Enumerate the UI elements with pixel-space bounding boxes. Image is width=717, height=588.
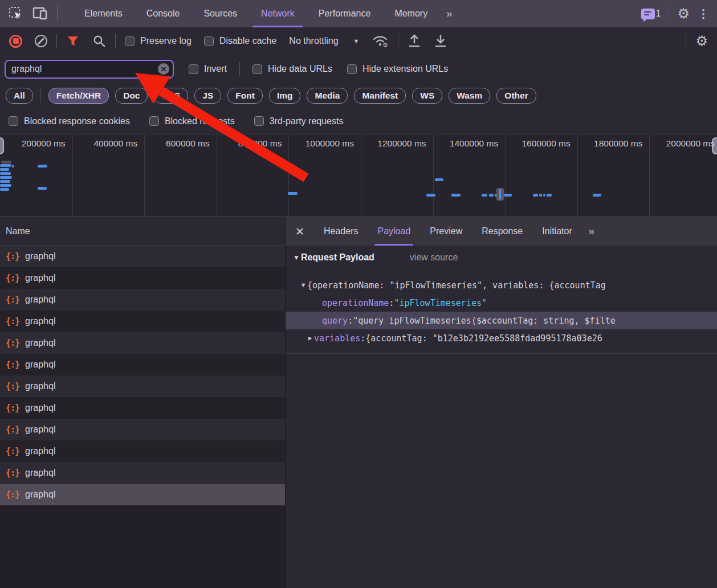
payload-row[interactable]: query: "query ipFlowTimeseries($accountT…	[286, 312, 717, 329]
blocked-response-cookies-checkbox[interactable]: Blocked response cookies	[9, 116, 130, 126]
filter-icon[interactable]	[66, 34, 80, 48]
hide-data-urls-label[interactable]: Hide data URLs	[268, 64, 332, 74]
disclosure-triangle-icon[interactable]: ▼	[299, 281, 307, 289]
invert-label[interactable]: Invert	[204, 64, 227, 74]
payload-row[interactable]: operationName: "ipFlowTimeseries"	[286, 294, 717, 312]
request-row[interactable]: {:}graphql	[0, 311, 285, 332]
payload-tree: ▼{operationName: "ipFlowTimeseries", var…	[286, 276, 717, 347]
search-icon[interactable]	[92, 34, 106, 48]
preserve-log-checkbox[interactable]: Preserve log	[125, 36, 192, 46]
request-row[interactable]: {:}graphql	[0, 267, 285, 289]
chip-doc[interactable]: Doc	[115, 88, 148, 104]
kebab-menu-icon[interactable]: ⋮	[698, 7, 709, 21]
import-har-icon[interactable]	[408, 34, 421, 48]
network-filter-input-box[interactable]: ✕	[5, 60, 174, 79]
tab-sources[interactable]: Sources	[192, 0, 249, 27]
tab-console[interactable]: Console	[135, 0, 192, 27]
chip-wasm[interactable]: Wasm	[449, 88, 490, 104]
third-party-requests-checkbox[interactable]: 3rd-party requests	[254, 116, 344, 126]
request-row[interactable]: {:}graphql	[0, 462, 285, 484]
settings-gear-icon[interactable]: ⚙	[677, 7, 690, 21]
hide-extension-urls-label[interactable]: Hide extension URLs	[362, 64, 448, 74]
timeline-request-bar	[489, 194, 494, 197]
detail-tab-response[interactable]: Response	[472, 217, 532, 246]
disclosure-triangle-icon[interactable]: ▶	[306, 334, 314, 342]
network-conditions-icon[interactable]: ⚙	[372, 34, 389, 48]
clear-filter-icon[interactable]: ✕	[158, 63, 169, 75]
tab-memory[interactable]: Memory	[382, 0, 439, 27]
hide-extension-urls-checkbox[interactable]: Hide extension URLs	[347, 64, 448, 74]
hide-data-urls-checkbox[interactable]: Hide data URLs	[252, 64, 332, 74]
timeline-tick-label: 1600000 ms	[505, 138, 577, 151]
inspect-element-icon[interactable]	[8, 6, 24, 22]
tab-performance[interactable]: Performance	[307, 0, 383, 27]
record-network-log-icon[interactable]	[9, 35, 22, 48]
request-name: graphql	[25, 338, 55, 348]
network-overview-timeline[interactable]: 200000 ms400000 ms600000 ms800000 ms1000…	[0, 134, 717, 217]
detail-tab-preview[interactable]: Preview	[420, 217, 472, 246]
detail-tab-initiator[interactable]: Initiator	[532, 217, 581, 246]
request-row[interactable]: {:}graphql	[0, 375, 285, 397]
preserve-log-label[interactable]: Preserve log	[140, 36, 192, 46]
detail-tab-payload[interactable]: Payload	[368, 217, 420, 246]
request-row[interactable]: {:}graphql	[0, 246, 285, 267]
disable-cache-checkbox[interactable]: Disable cache	[204, 36, 277, 46]
throttling-value[interactable]: No throttling	[289, 36, 338, 46]
checkbox[interactable]	[125, 36, 135, 46]
network-settings-gear-icon[interactable]: ⚙	[695, 34, 708, 48]
blocked-requests-label[interactable]: Blocked requests	[165, 116, 235, 126]
view-source-link[interactable]: view source	[410, 252, 458, 263]
checkbox[interactable]	[347, 64, 357, 74]
request-row[interactable]: {:}graphql	[0, 419, 285, 440]
collapse-triangle-icon[interactable]: ▼	[293, 254, 300, 262]
request-row[interactable]: {:}graphql	[0, 397, 285, 419]
chip-manifest[interactable]: Manifest	[354, 88, 406, 104]
detail-tab-headers[interactable]: Headers	[314, 217, 368, 246]
chip-fetchxhr[interactable]: Fetch/XHR	[48, 88, 109, 104]
disable-cache-label[interactable]: Disable cache	[219, 36, 277, 46]
checkbox[interactable]	[189, 64, 198, 74]
clear-network-log-icon[interactable]	[35, 35, 47, 47]
chip-ws[interactable]: WS	[412, 88, 442, 104]
fetch-xhr-icon: {:}	[6, 489, 19, 500]
export-har-icon[interactable]	[434, 34, 447, 48]
invert-checkbox[interactable]: Invert	[189, 64, 227, 74]
chip-all[interactable]: All	[6, 88, 33, 104]
payload-row[interactable]: ▶variables: {accountTag: "b12e3b2192ee55…	[286, 329, 717, 347]
fetch-xhr-icon: {:}	[6, 360, 19, 370]
request-row[interactable]: {:}graphql	[0, 354, 285, 375]
name-column-header[interactable]: Name	[0, 217, 285, 246]
request-payload-section[interactable]: ▼ Request Payload view source	[286, 252, 458, 263]
payload-row[interactable]: ▼{operationName: "ipFlowTimeseries", var…	[286, 276, 717, 294]
chip-js[interactable]: JS	[194, 88, 221, 104]
more-detail-tabs-icon[interactable]: »	[582, 226, 600, 238]
request-row[interactable]: {:}graphql	[0, 440, 285, 462]
request-type-chips: AllFetch/XHRDocCSSJSFontImgMediaManifest…	[0, 83, 717, 108]
chip-other[interactable]: Other	[496, 88, 536, 104]
payload-text: {operationName: "ipFlowTimeseries", vari…	[307, 280, 606, 291]
tab-elements[interactable]: Elements	[72, 0, 135, 27]
request-row[interactable]: {:}graphql	[0, 332, 285, 354]
chip-media[interactable]: Media	[307, 88, 348, 104]
chip-font[interactable]: Font	[227, 88, 263, 104]
close-detail-icon[interactable]: ✕	[286, 225, 314, 238]
blocked-requests-checkbox[interactable]: Blocked requests	[149, 116, 235, 126]
device-toolbar-icon[interactable]	[32, 6, 49, 21]
request-row[interactable]: {:}graphql	[0, 289, 285, 311]
more-panels-icon[interactable]: »	[439, 8, 458, 20]
third-party-requests-label[interactable]: 3rd-party requests	[270, 116, 344, 126]
chip-css[interactable]: CSS	[154, 88, 188, 104]
checkbox[interactable]	[149, 116, 159, 126]
chip-img[interactable]: Img	[269, 88, 301, 104]
tab-network[interactable]: Network	[249, 0, 307, 27]
blocked-response-cookies-label[interactable]: Blocked response cookies	[24, 116, 130, 126]
throttling-dropdown[interactable]: No throttling ▼	[289, 36, 359, 46]
network-filter-input[interactable]	[11, 64, 153, 74]
issues-icon[interactable]	[641, 9, 655, 19]
request-row[interactable]: {:}graphql	[0, 484, 285, 505]
network-toolbar: Preserve log Disable cache No throttling…	[0, 27, 717, 55]
checkbox[interactable]	[252, 64, 262, 74]
checkbox[interactable]	[9, 116, 18, 126]
checkbox[interactable]	[204, 36, 214, 46]
checkbox[interactable]	[254, 116, 264, 126]
